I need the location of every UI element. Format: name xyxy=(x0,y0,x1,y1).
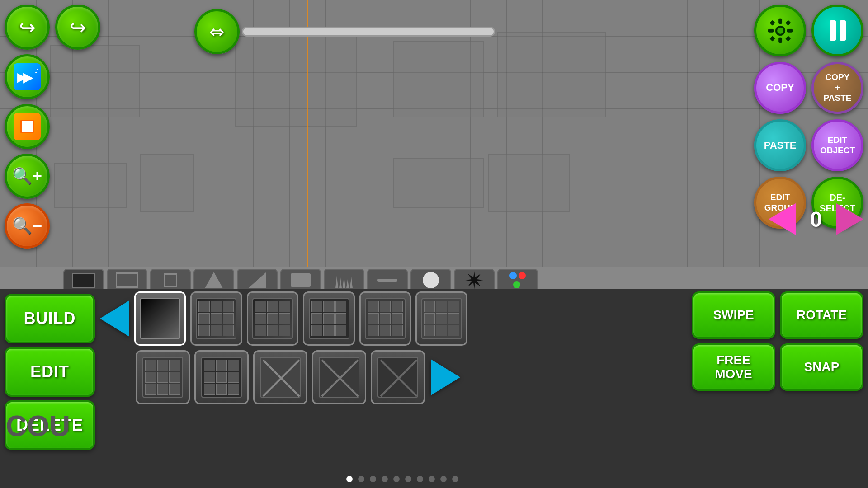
dot-4[interactable] xyxy=(382,476,388,482)
tab-small[interactable] xyxy=(150,269,191,291)
zoom-in-icon: 🔍+ xyxy=(12,167,42,186)
tab-dash[interactable] xyxy=(367,269,408,291)
dot-9[interactable] xyxy=(440,476,447,482)
zoom-out-button[interactable]: 🔍− xyxy=(5,203,50,249)
paste-button[interactable]: PASTE xyxy=(754,119,806,171)
build-label: BUILD xyxy=(24,309,76,328)
dot-6[interactable] xyxy=(405,476,411,482)
obj-cell-6-icon xyxy=(421,298,462,339)
swipe-button[interactable]: SWIPE xyxy=(692,291,775,339)
svg-rect-4 xyxy=(768,29,774,32)
copy-button[interactable]: COPY xyxy=(754,62,806,114)
scroll-button[interactable]: ⇔ xyxy=(194,9,240,54)
scroll-track[interactable] xyxy=(242,27,495,37)
copy-paste-button[interactable]: COPY+PASTE xyxy=(811,62,863,114)
tab-triangle-icon xyxy=(205,272,223,288)
stop-button[interactable] xyxy=(5,104,50,149)
tab-item-type[interactable] xyxy=(280,269,321,291)
copy-label: COPY xyxy=(766,82,794,94)
page-next-button[interactable] xyxy=(836,203,863,235)
obj-cell-2-icon xyxy=(196,298,236,339)
edit-object-button[interactable]: EDITOBJECT xyxy=(811,119,863,171)
dot-3[interactable] xyxy=(370,476,376,482)
deco-rect-5 xyxy=(54,163,127,208)
dot-1[interactable] xyxy=(346,476,353,482)
pause-bar-2 xyxy=(840,20,846,41)
object-grid xyxy=(99,291,506,486)
dot-2[interactable] xyxy=(358,476,364,482)
obj-cell-3-icon xyxy=(252,298,293,339)
tab-burst-icon xyxy=(465,271,483,289)
tab-triangle[interactable] xyxy=(193,269,234,291)
tab-outlined-icon xyxy=(116,272,138,288)
pause-icon xyxy=(830,20,846,41)
object-row-2 xyxy=(99,350,506,404)
tab-color[interactable] xyxy=(497,269,538,291)
dot-10[interactable] xyxy=(452,476,458,482)
obj-next-icon xyxy=(431,359,460,395)
svg-rect-8 xyxy=(769,36,775,41)
deco-rect-6 xyxy=(140,154,194,212)
tab-circle[interactable] xyxy=(410,269,451,291)
tab-spikes[interactable] xyxy=(324,269,364,291)
tab-outlined[interactable] xyxy=(107,269,147,291)
deco-rect-1 xyxy=(50,45,140,117)
obj-cell-11[interactable] xyxy=(371,350,425,404)
left-col: ▶ ♪ 🔍+ 🔍− xyxy=(5,54,50,249)
obj-cell-9-icon xyxy=(260,357,301,398)
object-row-1 xyxy=(99,291,506,346)
tab-dash-icon xyxy=(377,279,397,282)
dot-8[interactable] xyxy=(429,476,435,482)
tab-blocks[interactable] xyxy=(63,269,104,291)
dot-5[interactable] xyxy=(393,476,400,482)
obj-cell-5-icon xyxy=(365,298,406,339)
page-next-icon xyxy=(836,203,863,235)
page-counter-row: 0 xyxy=(769,203,863,235)
build-button[interactable]: BUILD xyxy=(5,294,95,343)
obj-next-button[interactable] xyxy=(429,361,461,393)
obj-cell-10[interactable] xyxy=(312,350,366,404)
svg-rect-9 xyxy=(785,36,791,41)
obj-cell-11-icon xyxy=(377,357,418,398)
obj-cell-8[interactable] xyxy=(194,350,249,404)
obj-prev-button[interactable] xyxy=(99,303,130,334)
deco-rect-7 xyxy=(393,158,484,208)
pause-button[interactable] xyxy=(811,5,863,56)
redo-button[interactable]: ↪ xyxy=(55,5,100,50)
copy-paste-label: COPY+PASTE xyxy=(824,72,852,103)
obj-cell-5[interactable] xyxy=(359,291,411,346)
obj-cell-10-icon xyxy=(319,357,359,398)
settings-button[interactable] xyxy=(754,5,806,56)
zoom-in-button[interactable]: 🔍+ xyxy=(5,154,50,199)
obj-prev-icon xyxy=(100,300,129,337)
snap-button[interactable]: SNAP xyxy=(780,343,863,391)
free-move-button[interactable]: FREEMOVE xyxy=(692,343,775,391)
obj-cell-1[interactable] xyxy=(134,291,186,346)
edit-button[interactable]: EDIT xyxy=(5,347,95,397)
obj-cell-7[interactable] xyxy=(136,350,190,404)
music-icon: ▶ ♪ xyxy=(14,63,41,90)
obj-cell-4[interactable] xyxy=(303,291,355,346)
page-dots xyxy=(199,476,606,482)
scroll-bar-area: ⇔ xyxy=(194,9,495,54)
obj-cell-9[interactable] xyxy=(253,350,307,404)
undo-button[interactable]: ↩ xyxy=(5,5,50,50)
obj-cell-2[interactable] xyxy=(190,291,242,346)
tab-slope-icon xyxy=(249,272,266,288)
rotate-button[interactable]: ROTATE xyxy=(780,291,863,339)
page-prev-button[interactable] xyxy=(769,203,796,235)
paste-label: PASTE xyxy=(764,140,797,151)
obj-cell-6[interactable] xyxy=(415,291,467,346)
tab-item-icon xyxy=(291,273,311,287)
page-number: 0 xyxy=(802,207,830,232)
music-button[interactable]: ▶ ♪ xyxy=(5,54,50,99)
obj-cell-3[interactable] xyxy=(247,291,299,346)
edit-object-label: EDITOBJECT xyxy=(820,135,855,156)
scroll-arrows-icon: ⇔ xyxy=(209,21,225,42)
tab-slope[interactable] xyxy=(237,269,278,291)
tab-small-icon xyxy=(164,273,177,287)
tab-burst[interactable] xyxy=(454,269,495,291)
main-bottom: BUILD EDIT DELETE xyxy=(0,289,868,488)
action-buttons: SWIPE ROTATE FREEMOVE SNAP xyxy=(692,291,863,391)
dot-7[interactable] xyxy=(417,476,423,482)
